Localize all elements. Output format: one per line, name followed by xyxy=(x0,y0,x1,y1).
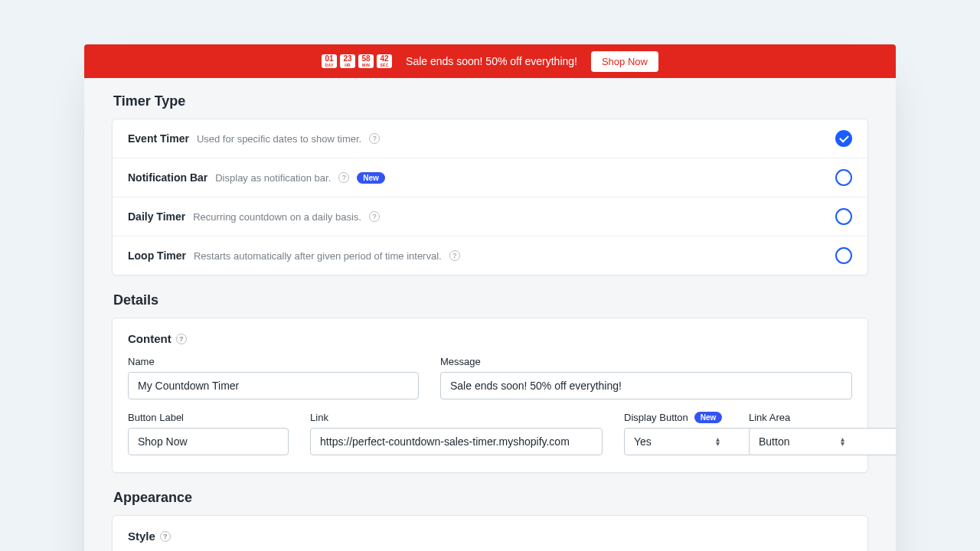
button-label-field-group: Button Label xyxy=(128,412,289,455)
timer-type-option-notification[interactable]: Notification Bar Display as notification… xyxy=(113,158,867,197)
help-icon[interactable]: ? xyxy=(369,133,380,144)
help-icon[interactable]: ? xyxy=(160,531,171,542)
counter-day-num: 01 xyxy=(322,55,337,63)
appearance-heading: Appearance xyxy=(113,490,868,506)
counter-sec: 42 SEC xyxy=(377,54,392,68)
link-area-field-group: Link Area ▴▾ xyxy=(749,412,852,455)
name-input[interactable] xyxy=(128,372,419,399)
link-area-label: Link Area xyxy=(749,412,852,423)
display-button-label-text: Display Button xyxy=(624,412,688,423)
timer-type-name: Notification Bar xyxy=(128,171,207,184)
link-input[interactable] xyxy=(310,428,603,455)
timer-type-desc: Restarts automatically after given perio… xyxy=(194,250,442,262)
display-button-label: Display Button New xyxy=(624,412,727,423)
button-label-input[interactable] xyxy=(128,428,289,455)
countdown-counter: 01 DAY 23 HR 58 MIN 42 SEC xyxy=(322,54,392,68)
message-label: Message xyxy=(440,356,852,367)
timer-type-option-event[interactable]: Event Timer Used for specific dates to s… xyxy=(113,119,867,158)
counter-hr-unit: HR xyxy=(340,64,355,67)
link-label: Link xyxy=(310,412,603,423)
timer-type-card: Event Timer Used for specific dates to s… xyxy=(112,119,868,276)
style-card-title: Style ? xyxy=(128,530,852,543)
timer-type-heading: Timer Type xyxy=(113,93,868,109)
new-badge: New xyxy=(357,172,385,184)
banner-message: Sale ends soon! 50% off everything! xyxy=(406,55,577,67)
timer-type-desc: Used for specific dates to show timer. xyxy=(197,133,361,145)
counter-hr-num: 23 xyxy=(340,55,355,63)
radio-unselected-icon[interactable] xyxy=(835,247,852,264)
name-field-group: Name xyxy=(128,356,419,399)
content-card-title: Content ? xyxy=(128,332,852,345)
style-card: Style ? Counter Colour Font and Backgrou… xyxy=(112,515,868,551)
timer-type-name: Daily Timer xyxy=(128,210,185,223)
counter-min-num: 58 xyxy=(358,55,374,63)
counter-hr: 23 HR xyxy=(340,54,355,68)
help-icon[interactable]: ? xyxy=(369,211,380,222)
name-label: Name xyxy=(128,356,419,367)
help-icon[interactable]: ? xyxy=(338,172,349,183)
help-icon[interactable]: ? xyxy=(449,250,460,261)
message-field-group: Message xyxy=(440,356,852,399)
content-card: Content ? Name Message Button Label xyxy=(112,318,868,473)
counter-sec-unit: SEC xyxy=(377,64,392,67)
button-label-label: Button Label xyxy=(128,412,289,423)
help-icon[interactable]: ? xyxy=(176,334,187,344)
banner-cta-button[interactable]: Shop Now xyxy=(591,51,658,72)
radio-unselected-icon[interactable] xyxy=(835,169,852,186)
style-title-text: Style xyxy=(128,530,155,543)
timer-type-name: Loop Timer xyxy=(128,249,186,262)
timer-type-desc: Display as notification bar. xyxy=(215,172,331,184)
display-button-field-group: Display Button New ▴▾ xyxy=(624,412,727,455)
new-badge: New xyxy=(694,412,723,423)
message-input[interactable] xyxy=(440,372,852,399)
content-title-text: Content xyxy=(128,332,172,345)
radio-selected-icon[interactable] xyxy=(835,130,852,147)
counter-sec-num: 42 xyxy=(377,55,392,63)
page-container: 01 DAY 23 HR 58 MIN 42 SEC Sale ends soo… xyxy=(84,44,896,551)
radio-unselected-icon[interactable] xyxy=(835,208,852,225)
timer-type-option-loop[interactable]: Loop Timer Restarts automatically after … xyxy=(113,236,867,275)
counter-min-unit: MIN xyxy=(358,64,374,67)
link-field-group: Link xyxy=(310,412,603,455)
details-heading: Details xyxy=(113,292,868,308)
form-body: Timer Type Event Timer Used for specific… xyxy=(84,78,896,551)
timer-type-name: Event Timer xyxy=(128,132,189,145)
counter-min: 58 MIN xyxy=(358,54,374,68)
counter-day: 01 DAY xyxy=(322,54,337,68)
link-area-select[interactable] xyxy=(749,428,896,455)
timer-type-desc: Recurring countdown on a daily basis. xyxy=(193,211,361,223)
counter-day-unit: DAY xyxy=(322,64,337,67)
preview-banner: 01 DAY 23 HR 58 MIN 42 SEC Sale ends soo… xyxy=(84,44,896,78)
timer-type-option-daily[interactable]: Daily Timer Recurring countdown on a dai… xyxy=(113,197,867,236)
